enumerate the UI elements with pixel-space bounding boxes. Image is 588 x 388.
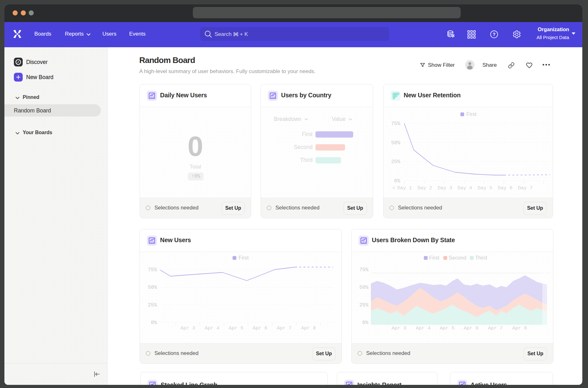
svg-text:Second: Second <box>449 255 466 260</box>
svg-text:Apr 7: Apr 7 <box>277 325 292 331</box>
svg-text:75%: 75% <box>359 267 368 273</box>
svg-text:Apr 4: Apr 4 <box>416 325 431 331</box>
svg-text:Day 3: Day 3 <box>438 185 453 191</box>
svg-text:Day 4: Day 4 <box>458 185 472 191</box>
svg-text:Apr 5: Apr 5 <box>229 325 244 331</box>
svg-text:0%: 0% <box>362 320 369 326</box>
svg-text:Third: Third <box>475 255 487 260</box>
svg-text:Day 1: Day 1 <box>397 185 412 191</box>
svg-text:Apr 8: Apr 8 <box>512 325 527 331</box>
svg-text:75%: 75% <box>148 267 157 273</box>
svg-text:25%: 25% <box>391 159 400 165</box>
svg-text:Apr 8: Apr 8 <box>301 325 316 331</box>
svg-text:Day 7: Day 7 <box>518 185 533 191</box>
svg-text:25%: 25% <box>359 302 368 308</box>
svg-text:Apr 5: Apr 5 <box>440 325 455 331</box>
svg-text:?: ? <box>493 32 496 37</box>
svg-text:<: < <box>392 185 395 191</box>
svg-text:Apr 3: Apr 3 <box>392 325 406 331</box>
svg-text:50%: 50% <box>148 285 157 290</box>
svg-text:First: First <box>429 255 439 260</box>
svg-text:First: First <box>466 111 476 117</box>
svg-text:75%: 75% <box>391 121 400 127</box>
svg-text:50%: 50% <box>359 285 368 290</box>
svg-text:Apr 6: Apr 6 <box>253 325 268 331</box>
svg-text:Apr 4: Apr 4 <box>205 325 220 331</box>
svg-text:Day 2: Day 2 <box>418 185 432 191</box>
svg-text:0%: 0% <box>394 178 401 184</box>
svg-text:Apr 3: Apr 3 <box>181 325 195 331</box>
svg-text:50%: 50% <box>391 140 400 146</box>
svg-text:0%: 0% <box>151 320 157 326</box>
svg-text:Apr 6: Apr 6 <box>464 325 479 331</box>
svg-text:25%: 25% <box>148 302 157 308</box>
svg-text:Day 5: Day 5 <box>478 185 493 191</box>
svg-text:Day 6: Day 6 <box>498 185 513 191</box>
svg-text:Apr 7: Apr 7 <box>488 325 503 331</box>
svg-text:First: First <box>239 255 249 260</box>
